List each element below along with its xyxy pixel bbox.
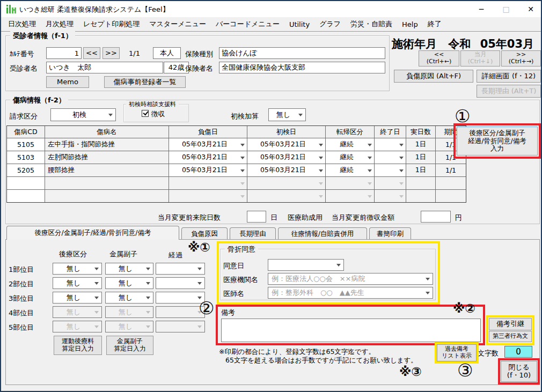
menu-barcode[interactable]: バーコードメニュー: [211, 17, 284, 31]
splint-fee-line2: 算定日入力: [114, 345, 146, 353]
chevron-down-icon: [240, 169, 245, 172]
insurer-name-input[interactable]: [219, 62, 385, 73]
outcome-select[interactable]: 継続: [326, 164, 374, 176]
cell-cd: 5103: [7, 151, 45, 164]
part1-aftercare-select[interactable]: 無し: [53, 263, 102, 275]
third-party-text-button[interactable]: 第三者行為文: [489, 331, 532, 342]
part5-splint-select: 無し: [105, 321, 153, 332]
close-button[interactable]: 閉じる (f・10): [501, 361, 537, 382]
outcome-select[interactable]: 継続: [326, 151, 374, 164]
first-exam-date-select[interactable]: 05年03月21日: [247, 138, 325, 151]
tab-visit-jibaiseki[interactable]: 往療情報/自賠責併用: [278, 227, 367, 240]
claim-type-select[interactable]: 初検: [50, 108, 116, 121]
past-remarks-line2: リスト表示: [442, 353, 472, 360]
entry-screen-button[interactable]: 後療区分/金属副子 経過/骨折同意/備考 入力: [457, 127, 538, 156]
part1-splint-select[interactable]: 無し: [105, 263, 153, 275]
visit-days-input[interactable]: [247, 211, 266, 223]
chevron-down-icon: [319, 144, 323, 146]
treatment-month-label: 施術年月: [392, 38, 437, 50]
tab-aftercare-remarks[interactable]: 後療区分/金属副子/経過/骨折同意/備考: [6, 226, 179, 240]
chevron-down-icon: [368, 169, 372, 172]
patient-name-input[interactable]: [46, 62, 163, 73]
part3-aftercare-select[interactable]: 無し: [53, 292, 102, 304]
chevron-down-icon: [399, 144, 404, 146]
first-exam-addition-select[interactable]: 無し: [268, 108, 306, 121]
claim-type-label: 請求区分: [10, 112, 38, 121]
chevron-down-icon: [319, 182, 323, 185]
medical-org-select[interactable]: 例：医療法人○○会 ××病院: [268, 273, 433, 285]
menu-master[interactable]: マスターメニュー: [144, 17, 211, 31]
doctor-name-select[interactable]: 例：整形外科 ○○ ▲▲先生: [268, 287, 433, 299]
menu-help[interactable]: Help: [397, 18, 423, 31]
part2-splint-value: 無し: [119, 278, 133, 288]
end-date-select[interactable]: [375, 138, 406, 151]
preregister-list-button[interactable]: 傷病事前登録者一覧: [104, 76, 186, 88]
outcome-select[interactable]: 継続: [326, 138, 374, 151]
menu-exit[interactable]: 終了: [423, 17, 446, 31]
collect-checkbox-label: 徴収: [151, 110, 165, 119]
pre-change-amount-input[interactable]: [421, 211, 451, 223]
injury-date-select[interactable]: 05年03月21日: [169, 138, 247, 151]
tab-longterm-reason[interactable]: 長期理由: [230, 227, 276, 240]
consent-date-select[interactable]: [268, 259, 344, 271]
prev-patient-button[interactable]: <<: [83, 47, 100, 59]
end-date-select[interactable]: [375, 164, 406, 176]
menu-monthly[interactable]: 月次処理: [41, 17, 78, 31]
remarks-note-line1: ※印刷の都合により、登録文字数は65文字迄です。: [219, 347, 418, 356]
exercise-fee-date-button[interactable]: 運動後療料 算定日入力: [54, 336, 102, 355]
memo-button[interactable]: Memo: [46, 76, 89, 88]
prev-month-button[interactable]: << (Ctrl+←): [419, 50, 459, 66]
part1-progress-select[interactable]: [156, 263, 205, 275]
chevron-down-icon: [240, 157, 245, 159]
collect-checkbox[interactable]: [142, 110, 149, 117]
karte-number-input[interactable]: [46, 47, 82, 59]
first-exam-addition-value: 無し: [276, 110, 290, 120]
exercise-fee-line2: 算定日入力: [62, 345, 94, 353]
part3-splint-select[interactable]: 無し: [105, 292, 153, 304]
end-date-select[interactable]: [375, 151, 406, 164]
next-month-button[interactable]: >> (Ctrl+→): [501, 50, 541, 66]
remarks-textarea[interactable]: [221, 319, 481, 342]
entry-button-line3: 入力: [490, 145, 504, 152]
menu-daily[interactable]: 日次処理: [3, 17, 41, 31]
close-icon[interactable]: ✕: [518, 1, 542, 17]
splint-fee-date-button[interactable]: 金属副子 算定日入力: [106, 336, 153, 355]
karte-number-label: ｶﾙﾃ番号: [10, 49, 34, 59]
medical-aid-label: 医療助成用: [288, 213, 323, 223]
part3-progress-select[interactable]: [156, 292, 205, 304]
chevron-down-icon: [240, 195, 245, 198]
minimize-icon[interactable]: ─: [469, 1, 494, 17]
first-exam-date-select[interactable]: 05年03月21日: [247, 151, 325, 164]
tab-letter-print[interactable]: 書簡印刷: [369, 227, 411, 240]
part2-splint-select[interactable]: 無し: [105, 277, 153, 289]
cell-cd: [7, 177, 45, 189]
maximize-icon: □: [494, 1, 518, 17]
tab-injury-cause[interactable]: 負傷原因: [181, 227, 228, 240]
menu-graph[interactable]: グラフ: [314, 17, 346, 31]
chevron-down-icon: [319, 157, 323, 159]
part3-aftercare-value: 無し: [67, 293, 80, 302]
outcome-select: [326, 190, 374, 202]
part4-splint-select: 無し: [105, 306, 153, 318]
injury-cause-button[interactable]: 負傷原因 (Alt+F): [394, 70, 473, 83]
menu-utility[interactable]: Utility: [284, 18, 314, 31]
chevron-down-icon: [426, 278, 430, 280]
part2-aftercare-select[interactable]: 無し: [53, 277, 102, 289]
remarks-carryover-button[interactable]: 備考引継: [489, 318, 532, 330]
first-exam-date-select: [247, 177, 325, 189]
first-exam-date-select[interactable]: 05年03月21日: [247, 164, 325, 176]
injury-date-select[interactable]: 05年03月21日: [169, 164, 247, 176]
chevron-down-icon: [399, 182, 404, 185]
menu-receipt-print[interactable]: レセプト印刷処理: [78, 17, 144, 31]
part2-progress-select[interactable]: [156, 277, 205, 289]
chevron-down-icon: [94, 311, 99, 314]
injury-date-select[interactable]: 05年03月21日: [169, 151, 247, 164]
part2-aftercare-value: 無し: [67, 278, 80, 288]
past-remarks-list-button[interactable]: 過去備考 リスト表示: [437, 344, 477, 361]
detail-screen-button[interactable]: 詳細画面 (f・12): [477, 70, 541, 83]
next-patient-button[interactable]: >>: [102, 47, 120, 59]
insurance-type-input[interactable]: [219, 47, 385, 59]
progress-col-header: 経過: [169, 250, 182, 260]
menu-rosai[interactable]: 労災・自賠責: [346, 17, 397, 31]
chevron-down-icon: [399, 157, 404, 159]
